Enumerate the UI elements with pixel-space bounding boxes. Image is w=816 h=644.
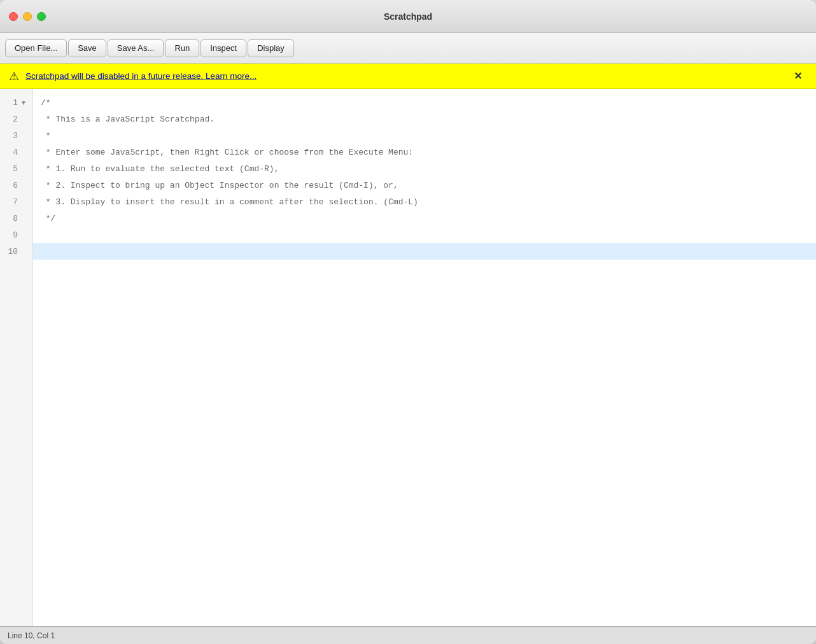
fold-arrow[interactable]: ▼: [20, 99, 27, 106]
line-number: 7: [5, 197, 18, 207]
line-number-row: 4: [0, 144, 32, 160]
line-number-row: 9: [0, 227, 32, 243]
line-number: 2: [5, 115, 18, 124]
code-line[interactable]: * This is a JavaScript Scratchpad.: [33, 111, 816, 127]
line-number: 8: [5, 214, 18, 223]
line-number: 9: [5, 230, 18, 240]
warning-link[interactable]: Scratchpad will be disabled in a future …: [25, 71, 257, 81]
line-number-row: 6: [0, 177, 32, 193]
toolbar: Open File...SaveSave As...RunInspectDisp…: [0, 33, 816, 64]
line-number: 6: [5, 181, 18, 190]
code-line[interactable]: [33, 227, 816, 243]
line-number-row: 8: [0, 210, 32, 227]
code-line[interactable]: * 2. Inspect to bring up an Object Inspe…: [33, 177, 816, 193]
line-number-row: 10: [0, 243, 32, 260]
close-button[interactable]: [9, 12, 18, 21]
save-as-button[interactable]: Save As...: [108, 39, 164, 57]
maximize-button[interactable]: [37, 12, 46, 21]
open-file-button[interactable]: Open File...: [5, 39, 67, 57]
warning-close-button[interactable]: ✕: [789, 67, 807, 85]
inspect-button[interactable]: Inspect: [200, 39, 246, 57]
line-number-row: 1▼: [0, 94, 32, 111]
warning-left: ⚠ Scratchpad will be disabled in a futur…: [9, 69, 257, 83]
minimize-button[interactable]: [23, 12, 32, 21]
status-text: Line 10, Col 1: [8, 631, 55, 640]
run-button[interactable]: Run: [165, 39, 199, 57]
editor-container: 1▼2345678910 /* * This is a JavaScript S…: [0, 89, 816, 626]
display-button[interactable]: Display: [248, 39, 294, 57]
code-line[interactable]: * 3. Display to insert the result in a c…: [33, 193, 816, 210]
save-button[interactable]: Save: [68, 39, 106, 57]
line-number-row: 7: [0, 193, 32, 210]
code-line[interactable]: * Enter some JavaScript, then Right Clic…: [33, 144, 816, 160]
title-bar: Scratchpad: [0, 0, 816, 33]
code-line[interactable]: [33, 243, 816, 260]
code-line[interactable]: *: [33, 127, 816, 144]
line-number: 5: [5, 164, 18, 174]
line-numbers: 1▼2345678910: [0, 89, 33, 626]
warning-icon: ⚠: [9, 69, 19, 83]
status-bar: Line 10, Col 1: [0, 626, 816, 644]
line-number-row: 5: [0, 160, 32, 177]
code-line[interactable]: * 1. Run to evaluate the selected text (…: [33, 160, 816, 177]
window-title: Scratchpad: [384, 11, 432, 22]
warning-banner: ⚠ Scratchpad will be disabled in a futur…: [0, 64, 816, 89]
line-number: 10: [5, 247, 18, 256]
code-area[interactable]: /* * This is a JavaScript Scratchpad. * …: [33, 89, 816, 626]
line-number: 3: [5, 131, 18, 141]
line-number-row: 3: [0, 127, 32, 144]
code-line[interactable]: */: [33, 210, 816, 227]
line-number: 4: [5, 148, 18, 157]
line-number-row: 2: [0, 111, 32, 127]
line-number: 1: [5, 98, 18, 108]
traffic-lights: [9, 12, 46, 21]
code-line[interactable]: /*: [33, 94, 816, 111]
